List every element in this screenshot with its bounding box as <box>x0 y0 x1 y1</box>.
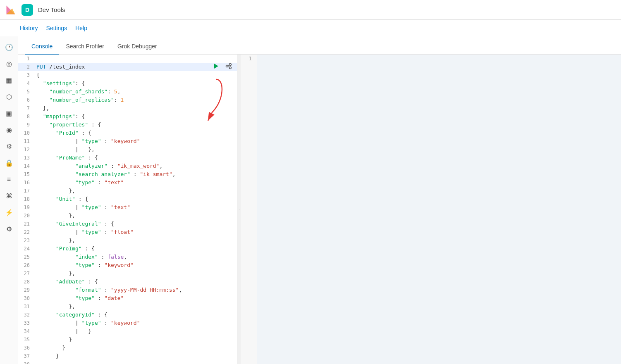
sidebar-icon-logstash[interactable]: ≡ <box>2 172 17 187</box>
kibana-logo <box>5 4 17 16</box>
sidebar-icon-dashboard[interactable]: ▦ <box>2 73 17 88</box>
code-line-31: 31 }, <box>18 302 237 311</box>
right-line-numbers: 1 <box>241 55 257 364</box>
code-line-36: 36 } <box>18 344 237 352</box>
run-button[interactable] <box>211 61 221 71</box>
code-line-38: 38 <box>18 360 237 364</box>
app-avatar: D <box>21 4 33 16</box>
code-line-30: 30 "type" : "date" <box>18 294 237 302</box>
svg-point-4 <box>229 64 232 66</box>
code-line-26: 26 "type" : "keyword" <box>18 261 237 269</box>
code-line-6: 6 "number_of_replicas": 1 <box>18 96 237 104</box>
editor-area: 1 2 PUT /test_index 3 { 4 "settings": { <box>18 55 621 364</box>
code-line-33: 33 | "type" : "keyword" <box>18 319 237 327</box>
code-line-8: 8 "mappings": { <box>18 112 237 121</box>
svg-marker-2 <box>214 64 218 69</box>
code-line-7: 7 }, <box>18 104 237 112</box>
content-area: Console Search Profiler Grok Debugger <box>18 36 621 364</box>
sidebar-icon-discover[interactable]: ◎ <box>2 56 17 71</box>
nav-history[interactable]: History <box>20 25 38 31</box>
code-line-29: 29 "format" : "yyyy-MM-dd HH:mm:ss", <box>18 286 237 294</box>
right-panel-inner: 1 <box>241 55 621 364</box>
code-line-11: 11 | "type" : "keyword" <box>18 137 237 145</box>
code-line-3: 3 { <box>18 71 237 79</box>
main-layout: 🕐 ◎ ▦ ⬡ ▣ ◉ ⚙ 🔒 ≡ ⌘ ⚡ ⚙ Console Search P… <box>0 36 621 364</box>
tabs-bar: Console Search Profiler Grok Debugger <box>18 36 621 55</box>
code-line-17: 17 }, <box>18 187 237 195</box>
code-line-32: 32 "categoryId" : { <box>18 311 237 319</box>
sidebar-icon-devtools[interactable]: ⚡ <box>2 205 17 220</box>
code-line-4: 4 "settings": { <box>18 79 237 88</box>
right-content-area <box>257 55 621 364</box>
sidebar-icon-visualize[interactable]: ⬡ <box>2 89 17 104</box>
code-line-10: 10 "ProId" : { <box>18 129 237 137</box>
code-line-16: 16 "type" : "text" <box>18 178 237 187</box>
sidebar-icon-canvas[interactable]: ▣ <box>2 106 17 121</box>
code-editor[interactable]: 1 2 PUT /test_index 3 { 4 "settings": { <box>18 55 237 364</box>
top-bar: D Dev Tools <box>0 0 621 20</box>
code-line-15: 15 "search_analyzer" : "ik_smart", <box>18 170 237 178</box>
left-panel: 1 2 PUT /test_index 3 { 4 "settings": { <box>18 55 237 364</box>
right-panel: 1 <box>241 55 621 364</box>
code-line-2: 2 PUT /test_index <box>18 63 237 71</box>
sidebar-icon-maps[interactable]: ◉ <box>2 122 17 137</box>
panel-divider[interactable]: ⋮ <box>237 55 241 364</box>
code-line-19: 19 | "type" : "text" <box>18 203 237 212</box>
code-line-28: 28 "AddDate" : { <box>18 278 237 286</box>
svg-line-7 <box>228 67 229 67</box>
nav-help[interactable]: Help <box>75 25 87 31</box>
code-line-35: 35 } <box>18 335 237 344</box>
code-line-23: 23 }, <box>18 236 237 245</box>
copy-link-button[interactable] <box>224 61 234 71</box>
nav-settings[interactable]: Settings <box>46 25 67 31</box>
app-title: Dev Tools <box>38 6 65 13</box>
code-line-25: 25 "index" : false, <box>18 253 237 261</box>
code-line-20: 20 }, <box>18 212 237 220</box>
nav-bar: History Settings Help <box>0 20 621 36</box>
code-line-9: 9 "properties" : { <box>18 121 237 129</box>
sidebar-icon-infra[interactable]: ⌘ <box>2 188 17 203</box>
code-line-12: 12 | }, <box>18 145 237 154</box>
code-line-14: 14 "analyzer" : "ik_max_word", <box>18 162 237 170</box>
code-line-18: 18 "Unit" : { <box>18 195 237 203</box>
tab-console[interactable]: Console <box>25 39 59 55</box>
code-line-37: 37 } <box>18 352 237 360</box>
code-line-27: 27 }, <box>18 269 237 278</box>
svg-point-5 <box>229 67 232 69</box>
code-line-34: 34 | } <box>18 327 237 335</box>
editor-toolbar <box>211 61 234 71</box>
svg-point-3 <box>226 65 228 67</box>
sidebar-icon-recent[interactable]: 🕐 <box>2 40 17 55</box>
svg-line-6 <box>228 65 229 66</box>
sidebar-icon-settings[interactable]: ⚙ <box>2 221 17 236</box>
code-line-13: 13 "ProName" : { <box>18 154 237 162</box>
tab-grok-debugger[interactable]: Grok Debugger <box>111 39 164 55</box>
tab-search-profiler[interactable]: Search Profiler <box>59 39 111 55</box>
code-line-21: 21 "GiveIntegral" : { <box>18 220 237 228</box>
code-line-22: 22 | "type" : "float" <box>18 228 237 236</box>
sidebar-icon-security[interactable]: 🔒 <box>2 155 17 170</box>
code-line-5: 5 "number_of_shards": 5, <box>18 88 237 96</box>
code-line-24: 24 "ProImg" : { <box>18 245 237 253</box>
sidebar: 🕐 ◎ ▦ ⬡ ▣ ◉ ⚙ 🔒 ≡ ⌘ ⚡ ⚙ <box>0 36 18 364</box>
sidebar-icon-ml[interactable]: ⚙ <box>2 139 17 154</box>
code-line-1: 1 <box>18 55 237 63</box>
